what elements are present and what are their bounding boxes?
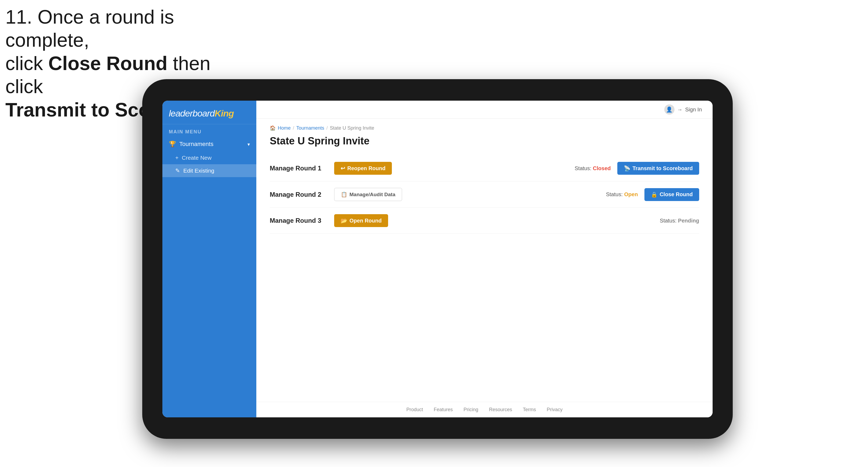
reopen-icon: ↩ — [341, 165, 345, 172]
main-menu-label: MAIN MENU — [162, 124, 256, 137]
arrow-right-icon: → — [677, 106, 683, 113]
sidebar-item-tournaments[interactable]: 🏆 Tournaments — [162, 137, 256, 151]
breadcrumb-tournaments[interactable]: Tournaments — [296, 125, 324, 131]
edit-icon: ✎ — [175, 167, 180, 174]
round-3-row: Manage Round 3 📂 Open Round Status: Pend… — [270, 208, 699, 234]
transmit-label: Transmit to Scoreboard — [632, 165, 693, 172]
round-3-title: Manage Round 3 — [270, 217, 329, 224]
round-3-status-value: Pending — [678, 218, 699, 224]
round-2-row: Manage Round 2 📋 Manage/Audit Data Statu… — [270, 181, 699, 208]
main-content: 👤 → Sign In 🏠 Home / Tournaments / — [256, 101, 713, 417]
footer-privacy[interactable]: Privacy — [547, 407, 563, 412]
tablet-shell: leaderboardKing MAIN MENU 🏆 Tournaments … — [142, 79, 733, 439]
open-round-button[interactable]: 📂 Open Round — [334, 214, 388, 227]
app-container: leaderboardKing MAIN MENU 🏆 Tournaments … — [162, 101, 713, 417]
footer-product[interactable]: Product — [406, 407, 423, 412]
round-1-row: Manage Round 1 ↩ Reopen Round Status: Cl… — [270, 155, 699, 181]
footer-pricing[interactable]: Pricing — [464, 407, 478, 412]
round-1-status: Status: Closed — [575, 165, 611, 172]
sidebar: leaderboardKing MAIN MENU 🏆 Tournaments … — [162, 101, 256, 417]
instruction-click: click — [5, 53, 48, 74]
breadcrumb: 🏠 Home / Tournaments / State U Spring In… — [270, 125, 699, 131]
breadcrumb-current: State U Spring Invite — [330, 125, 374, 131]
footer-resources[interactable]: Resources — [489, 407, 512, 412]
logo: leaderboardKing — [169, 108, 250, 119]
manage-audit-label: Manage/Audit Data — [349, 192, 395, 197]
audit-icon: 📋 — [341, 191, 347, 197]
instruction-close-round: Close Round — [48, 53, 167, 74]
reopen-label: Reopen Round — [347, 165, 385, 172]
open-icon: 📂 — [341, 217, 347, 224]
breadcrumb-sep1: / — [293, 125, 294, 131]
footer-terms[interactable]: Terms — [523, 407, 536, 412]
chevron-down-icon — [247, 141, 250, 148]
plus-icon: + — [175, 155, 179, 161]
trophy-icon: 🏆 — [169, 141, 176, 148]
logo-area: leaderboardKing — [162, 101, 256, 124]
round-2-status: Status: Open — [606, 191, 638, 197]
top-nav: 👤 → Sign In — [256, 101, 713, 119]
footer-features[interactable]: Features — [434, 407, 453, 412]
transmit-to-scoreboard-button[interactable]: 📡 Transmit to Scoreboard — [617, 162, 700, 175]
instruction-line1: 11. Once a round is complete, — [5, 5, 247, 52]
create-new-label: Create New — [182, 155, 212, 161]
content-area: 🏠 Home / Tournaments / State U Spring In… — [256, 119, 713, 402]
manage-audit-data-button[interactable]: 📋 Manage/Audit Data — [334, 188, 402, 201]
page-title: State U Spring Invite — [270, 135, 699, 147]
breadcrumb-sep2: / — [327, 125, 328, 131]
reopen-round-button[interactable]: ↩ Reopen Round — [334, 162, 392, 175]
avatar: 👤 — [664, 104, 675, 115]
user-icon: 👤 — [666, 106, 673, 113]
sidebar-item-edit-existing[interactable]: ✎ Edit Existing — [162, 164, 256, 177]
round-3-status: Status: Pending — [660, 218, 699, 224]
tournaments-label: Tournaments — [179, 141, 213, 148]
logo-king: King — [214, 108, 234, 118]
round-2-title: Manage Round 2 — [270, 191, 329, 198]
sign-in-label: Sign In — [685, 106, 702, 113]
sign-in-area[interactable]: 👤 → Sign In — [664, 104, 702, 115]
round-2-status-value: Open — [624, 191, 638, 197]
sidebar-item-create-new[interactable]: + Create New — [162, 151, 256, 164]
open-round-label: Open Round — [349, 218, 382, 224]
transmit-icon: 📡 — [624, 165, 630, 172]
lock-icon: 🔒 — [651, 191, 658, 198]
breadcrumb-home[interactable]: Home — [278, 125, 291, 131]
close-round-button[interactable]: 🔒 Close Round — [644, 188, 699, 201]
logo-leaderboard: leaderboard — [169, 108, 214, 118]
tablet-screen: leaderboardKing MAIN MENU 🏆 Tournaments … — [162, 101, 713, 417]
footer: Product Features Pricing Resources Terms… — [256, 402, 713, 417]
round-1-title: Manage Round 1 — [270, 164, 329, 172]
round-1-status-value: Closed — [593, 165, 611, 171]
edit-existing-label: Edit Existing — [183, 167, 214, 174]
breadcrumb-home-icon: 🏠 — [270, 125, 276, 131]
close-round-label: Close Round — [660, 191, 693, 197]
